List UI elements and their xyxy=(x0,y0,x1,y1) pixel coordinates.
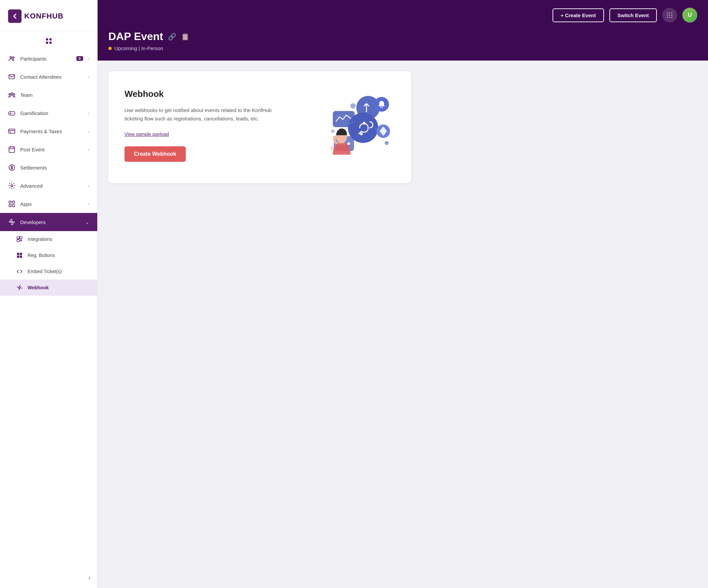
svg-rect-20 xyxy=(9,205,11,207)
webhook-title: Webhook xyxy=(124,89,281,99)
svg-point-55 xyxy=(347,142,350,145)
developers-label: Developers xyxy=(20,219,81,225)
mail-icon xyxy=(8,73,16,81)
apps-grid-icon xyxy=(8,200,16,208)
reg-buttons-icon xyxy=(16,252,23,259)
payments-icon xyxy=(8,127,16,135)
webhook-illustration xyxy=(301,88,395,163)
sidebar-item-post-event[interactable]: Post Event › xyxy=(0,140,97,158)
collapsed-top-icon-inner xyxy=(45,37,53,45)
copy-icon[interactable]: 📋 xyxy=(181,33,189,41)
settlements-icon xyxy=(8,164,16,171)
view-sample-payload-link[interactable]: View sample payload xyxy=(124,131,169,137)
main-content: + Create Event Switch Event U DAP Event … xyxy=(97,0,708,588)
reg-buttons-label: Reg. Buttons xyxy=(28,253,55,258)
svg-point-11 xyxy=(13,113,13,113)
contact-attendees-chevron: › xyxy=(88,74,89,80)
users-icon xyxy=(8,55,16,62)
collapsed-top-icon xyxy=(0,33,97,50)
participants-label: Participants xyxy=(20,56,72,62)
webhook-info: Webhook Use webhooks to get notified abo… xyxy=(124,89,281,162)
svg-point-22 xyxy=(11,221,13,223)
svg-point-59 xyxy=(385,141,389,145)
svg-rect-21 xyxy=(12,205,14,207)
integrations-label: Integrations xyxy=(28,237,52,242)
svg-point-63 xyxy=(335,135,337,139)
sidebar-item-apps[interactable]: Apps › xyxy=(0,195,97,213)
create-webhook-button[interactable]: Create Webhook xyxy=(124,146,186,162)
sidebar-item-team[interactable]: Team xyxy=(0,86,97,104)
svg-point-43 xyxy=(671,17,672,18)
sidebar-item-settlements[interactable]: Settlements xyxy=(0,158,97,177)
svg-rect-51 xyxy=(336,116,350,116)
svg-point-12 xyxy=(12,113,13,114)
post-event-icon xyxy=(8,146,16,153)
sidebar-sub-item-webhook[interactable]: Webhook xyxy=(0,280,97,296)
sidebar-sub-item-integrations[interactable]: Integrations xyxy=(0,231,97,247)
svg-rect-0 xyxy=(46,38,48,40)
sidebar-collapse-button[interactable]: ‹ xyxy=(88,574,90,581)
svg-point-40 xyxy=(671,15,672,16)
avatar[interactable]: U xyxy=(682,8,697,23)
svg-rect-30 xyxy=(17,253,20,255)
svg-rect-31 xyxy=(20,253,22,255)
webhook-description: Use webhooks to get notified about event… xyxy=(124,106,281,123)
post-event-label: Post Event xyxy=(20,147,83,152)
svg-point-48 xyxy=(360,132,363,135)
svg-rect-32 xyxy=(17,256,20,258)
developers-chevron[interactable]: ⌄ xyxy=(86,220,89,225)
create-event-button[interactable]: + Create Event xyxy=(553,8,604,22)
webhook-sub-icon xyxy=(16,284,23,291)
sidebar-item-payments[interactable]: Payments & Taxes › xyxy=(0,122,97,140)
sidebar-sub-item-reg-buttons[interactable]: Reg. Buttons xyxy=(0,247,97,264)
event-title: DAP Event xyxy=(108,30,163,43)
svg-rect-15 xyxy=(9,147,15,153)
webhook-illustration-svg xyxy=(301,88,395,161)
gamification-chevron: › xyxy=(88,111,89,116)
svg-point-58 xyxy=(350,103,356,109)
svg-point-49 xyxy=(363,122,365,124)
svg-point-37 xyxy=(671,12,672,13)
logo[interactable]: KONFHUB xyxy=(0,0,97,30)
svg-rect-3 xyxy=(49,42,51,44)
svg-point-42 xyxy=(669,17,670,18)
svg-rect-28 xyxy=(17,240,20,242)
svg-point-4 xyxy=(10,57,12,59)
svg-rect-13 xyxy=(9,129,15,133)
svg-rect-50 xyxy=(333,111,355,127)
sidebar-item-advanced[interactable]: Advanced › xyxy=(0,177,97,195)
status-dot xyxy=(108,47,112,50)
event-title-row: DAP Event 🔗 📋 xyxy=(108,30,697,43)
settlements-label: Settlements xyxy=(20,165,89,171)
svg-point-5 xyxy=(12,57,14,59)
team-icon xyxy=(8,91,16,98)
svg-rect-18 xyxy=(9,201,11,203)
svg-rect-33 xyxy=(20,256,22,258)
sidebar-item-contact-attendees[interactable]: Contact Attendees › xyxy=(0,68,97,86)
svg-point-60 xyxy=(331,129,334,133)
sidebar-item-gamification[interactable]: Gamification › xyxy=(0,104,97,122)
svg-point-24 xyxy=(14,222,15,223)
grid-dots-icon xyxy=(666,11,673,19)
svg-point-39 xyxy=(669,15,670,16)
sidebar: KONFHUB Participants 0 › Contact Attende… xyxy=(0,0,97,588)
event-header: DAP Event 🔗 📋 Upcoming | In-Person xyxy=(97,30,708,61)
developers-icon xyxy=(8,218,16,226)
logo-icon xyxy=(8,9,22,23)
embed-icon xyxy=(16,268,23,275)
payments-label: Payments & Taxes xyxy=(20,128,83,134)
topbar: + Create Event Switch Event U xyxy=(97,0,708,30)
sidebar-sub-item-embed-tickets[interactable]: Embed Ticket(s) xyxy=(0,264,97,280)
svg-point-25 xyxy=(11,219,12,220)
webhook-label: Webhook xyxy=(28,285,49,290)
switch-event-button[interactable]: Switch Event xyxy=(610,8,657,22)
apps-chevron: › xyxy=(88,202,89,207)
sidebar-item-developers[interactable]: Developers ⌄ xyxy=(0,213,97,231)
sidebar-item-participants[interactable]: Participants 0 › xyxy=(0,50,97,68)
grid-menu-button[interactable] xyxy=(662,8,677,23)
svg-rect-14 xyxy=(10,132,11,132)
link-icon[interactable]: 🔗 xyxy=(168,33,176,41)
svg-rect-19 xyxy=(12,201,14,203)
integrations-icon xyxy=(16,236,23,243)
svg-rect-29 xyxy=(20,237,22,239)
